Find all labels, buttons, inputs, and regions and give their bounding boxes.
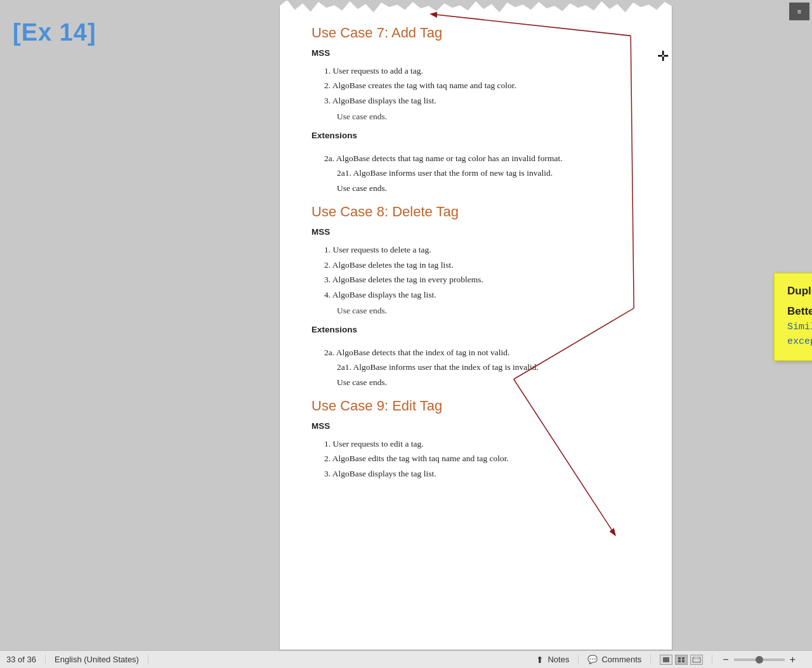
zoom-section: − + <box>712 654 806 665</box>
comments-section[interactable]: 💬 Comments <box>579 655 651 664</box>
language-label: English (United States) <box>55 655 139 664</box>
notes-label: Notes <box>547 655 569 664</box>
ext-8-2a1: 2a1. AlgoBase informs user that the inde… <box>311 360 640 374</box>
use-case-8-extensions-label: Extensions <box>311 323 640 337</box>
use-case-7-title: Use Case 7: Add Tag <box>311 25 640 41</box>
document-area: Use Case 7: Add Tag MSS 1. User requests… <box>178 0 774 650</box>
step-item: 3. AlgoBase displays the tag list. <box>324 467 640 481</box>
use-case-7-section: Use Case 7: Add Tag MSS 1. User requests… <box>311 25 640 195</box>
use-case-8-section: Use Case 8: Delete Tag MSS 1. User reque… <box>311 204 640 389</box>
ex-label: [Ex 14] <box>13 19 96 46</box>
ext-8-2a: 2a. AlgoBase detects that the index of t… <box>311 346 640 360</box>
step-item: 2. AlgoBase deletes the tag in tag list. <box>324 258 640 272</box>
ext-7-2a: 2a. AlgoBase detects that tag name or ta… <box>311 152 640 166</box>
comments-label: Comments <box>601 655 641 664</box>
cursor-icon: ✛ <box>657 48 669 65</box>
use-case-7-mss-label: MSS <box>311 46 640 60</box>
svg-rect-11 <box>694 657 699 658</box>
step-item: 4. AlgoBase displays the tag list. <box>324 288 640 302</box>
step-item: 1. User requests to delete a tag. <box>324 243 640 257</box>
ext-8-ends: Use case ends. <box>311 376 640 390</box>
status-bar: 33 of 36 English (United States) ⬆ Notes… <box>0 650 812 668</box>
step-item: 3. AlgoBase displays the tag list. <box>324 94 640 108</box>
step-item: 1. User requests to edit a tag. <box>324 437 640 451</box>
sticky-note-better-label: Better: <box>787 305 812 318</box>
zoom-slider-thumb <box>756 656 763 664</box>
step-item: 2. AlgoBase creates the tag with taq nam… <box>324 79 640 93</box>
zoom-minus[interactable]: − <box>721 654 730 665</box>
main-area: [Ex 14] Use Case 7: Add Tag MSS 1. User … <box>0 0 812 650</box>
notes-icon: ⬆ <box>536 655 544 665</box>
zoom-bar[interactable] <box>734 658 785 661</box>
use-case-7-steps: 1. User requests to add a tag. 2. AlgoBa… <box>311 64 640 108</box>
svg-rect-5 <box>663 657 669 662</box>
notes-section[interactable]: ⬆ Notes <box>527 655 579 665</box>
ext-7-ends: Use case ends. <box>311 181 640 195</box>
sticky-note-code-text: Similar to use case 7except … <box>787 320 812 349</box>
svg-rect-7 <box>682 657 684 660</box>
view-buttons <box>660 655 703 665</box>
use-case-9-section: Use Case 9: Edit Tag MSS 1. User request… <box>311 398 640 480</box>
view-buttons-section <box>651 655 712 665</box>
use-case-8-mss-label: MSS <box>311 225 640 239</box>
zoom-slider[interactable] <box>734 658 785 661</box>
use-case-9-title: Use Case 9: Edit Tag <box>311 398 640 414</box>
sticky-note: Duplication of similar info. Better: Sim… <box>774 273 812 361</box>
comments-icon: 💬 <box>587 655 598 664</box>
use-case-7-extensions-label: Extensions <box>311 129 640 143</box>
use-case-8-ends: Use case ends. <box>311 304 640 318</box>
document-page: Use Case 7: Add Tag MSS 1. User requests… <box>279 0 672 650</box>
step-item: 3. AlgoBase deletes the tag in every pro… <box>324 273 640 287</box>
use-case-9-mss-label: MSS <box>311 419 640 433</box>
top-right-button[interactable]: ≡ <box>789 3 809 20</box>
page-count: 33 of 36 <box>6 655 36 664</box>
svg-rect-6 <box>678 657 681 660</box>
language-section: English (United States) <box>46 655 148 664</box>
view-btn-print[interactable] <box>690 655 703 665</box>
step-item: 2. AlgoBase edits the tag with taq name … <box>324 452 640 466</box>
ext-7-2a1: 2a1. AlgoBase informs user that the form… <box>311 166 640 180</box>
svg-rect-8 <box>678 660 681 662</box>
left-panel: [Ex 14] <box>0 0 178 650</box>
view-btn-single[interactable] <box>660 655 672 665</box>
use-case-9-steps: 1. User requests to edit a tag. 2. AlgoB… <box>311 437 640 481</box>
view-btn-grid[interactable] <box>675 655 688 665</box>
use-case-7-ends: Use case ends. <box>311 110 640 124</box>
use-case-8-title: Use Case 8: Delete Tag <box>311 204 640 220</box>
page-count-section: 33 of 36 <box>6 655 46 664</box>
sticky-note-main-text: Duplication of similar info. <box>787 285 812 298</box>
step-item: 1. User requests to add a tag. <box>324 64 640 78</box>
use-case-8-steps: 1. User requests to delete a tag. 2. Alg… <box>311 243 640 301</box>
zoom-plus[interactable]: + <box>789 654 797 665</box>
svg-rect-9 <box>682 660 684 662</box>
